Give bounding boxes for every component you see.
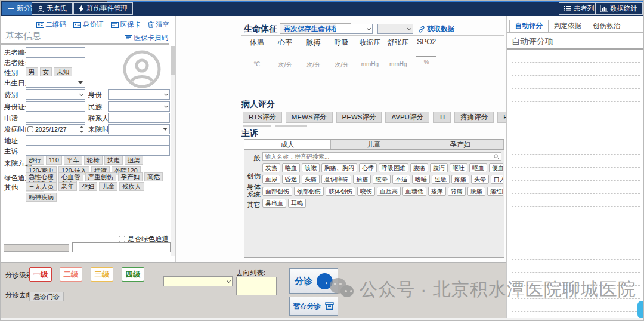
destination-list-box[interactable] xyxy=(236,277,277,295)
symptom-button[interactable]: 耳鸣 xyxy=(288,199,306,208)
scrollbar-thumb[interactable] xyxy=(171,46,175,75)
other-option-button[interactable]: 儿童 xyxy=(99,182,117,191)
symptom-button[interactable]: 咬伤 xyxy=(357,187,375,196)
gender-option-button[interactable]: 未知 xyxy=(54,67,72,76)
symptom-button[interactable]: 呕吐 xyxy=(450,163,467,172)
green-channel-button[interactable]: 急性心梗 xyxy=(26,172,57,181)
vital-value-field[interactable] xyxy=(304,58,324,58)
symptom-button[interactable]: 腹痛 xyxy=(410,163,428,172)
onset-date-checkbox[interactable] xyxy=(27,126,33,132)
vital-value-field[interactable] xyxy=(275,58,295,58)
other-option-button[interactable]: 残疾人 xyxy=(119,182,144,191)
symptom-button[interactable]: 昏迷 xyxy=(282,175,300,184)
destination-select[interactable] xyxy=(163,276,233,286)
arrival-method-button[interactable]: 轮椅 xyxy=(84,156,103,165)
tab-judgment-basis[interactable]: 判定依据 xyxy=(549,20,587,32)
arrival-time-select[interactable] xyxy=(108,124,170,134)
symptom-button[interactable]: 呕血 xyxy=(469,163,487,172)
score-button[interactable]: MEWS评分 xyxy=(286,112,333,123)
onset-date-field[interactable]: 2025/12/27 xyxy=(26,124,85,134)
symptom-button[interactable]: 疼痛 xyxy=(451,175,469,184)
date-spinner[interactable] xyxy=(78,125,85,134)
vital-value-field[interactable] xyxy=(388,58,408,58)
id-number-input[interactable] xyxy=(26,101,85,112)
clear-button[interactable]: 清空 xyxy=(148,20,169,29)
tab-adult[interactable]: 成人 xyxy=(244,140,331,149)
tab-child[interactable]: 儿童 xyxy=(331,140,417,149)
vital-value-field[interactable] xyxy=(416,56,436,57)
symptom-button[interactable]: 腰痛 xyxy=(467,187,485,196)
other-option-button[interactable]: 孕妇 xyxy=(79,182,97,191)
destination-er-clinic-button[interactable]: 急诊门诊 xyxy=(29,292,64,301)
score-button[interactable]: RTS评分 xyxy=(243,112,282,123)
vitals-device-select[interactable] xyxy=(336,24,373,34)
symptom-button[interactable]: 过敏 xyxy=(432,175,450,184)
level-1-button[interactable]: 一级 xyxy=(29,267,52,282)
id-card-button[interactable]: 身份证 xyxy=(73,20,104,29)
symptom-button[interactable]: 鼻出血 xyxy=(262,199,286,208)
symptom-button[interactable]: 瘙痒 xyxy=(428,187,446,196)
birth-date-select[interactable] xyxy=(26,78,85,88)
score-button[interactable]: 疼痛评分 xyxy=(454,112,494,123)
green-channel-button[interactable]: 高危 xyxy=(144,172,163,181)
anonymous-patient-button[interactable]: 无名氏 xyxy=(32,2,73,15)
symptom-button[interactable]: 咳嗽 xyxy=(302,163,320,172)
triage-hold-button[interactable]: 暂存分诊 xyxy=(289,297,338,316)
vital-value-field[interactable] xyxy=(332,58,352,58)
fetch-data-button[interactable]: 获取数据 xyxy=(418,24,454,33)
address-input[interactable] xyxy=(26,135,170,146)
arrival-method-button[interactable]: 扶走 xyxy=(104,156,123,165)
vital-value-field[interactable] xyxy=(247,58,267,58)
tab-trauma-treatment[interactable]: 创伤救治 xyxy=(587,20,626,32)
ethnicity-select[interactable] xyxy=(108,101,170,112)
arrival-method-button[interactable]: 110 xyxy=(46,156,62,165)
fee-type-select[interactable] xyxy=(26,89,85,100)
floating-edge-button[interactable] xyxy=(637,301,644,319)
identity-select[interactable] xyxy=(108,89,170,100)
symptom-button[interactable]: 眩晕 xyxy=(373,175,391,184)
contact-input[interactable] xyxy=(108,113,170,123)
symptom-button[interactable]: 嗜睡 xyxy=(412,175,430,184)
symptom-button[interactable]: 口入异物 xyxy=(491,175,503,184)
symptom-button[interactable]: 血糖低 xyxy=(402,187,426,196)
tab-auto-score[interactable]: 自动评分 xyxy=(509,20,549,32)
patient-no-input[interactable] xyxy=(26,47,85,57)
symptom-search-input[interactable] xyxy=(263,153,494,160)
green-channel-button[interactable]: 严重创伤 xyxy=(85,172,116,181)
symptom-button[interactable]: 头痛 xyxy=(302,175,320,184)
symptom-search-box[interactable] xyxy=(262,152,501,161)
arrival-method-button[interactable]: 步行 xyxy=(26,156,44,165)
gender-option-button[interactable]: 男 xyxy=(26,67,38,76)
mass-casualty-button[interactable]: 群伤事件管理 xyxy=(73,2,133,15)
chief-complaint-input[interactable] xyxy=(26,146,170,156)
symptom-button[interactable]: 肢体创伤 xyxy=(326,187,355,196)
symptom-button[interactable]: 面部创伤 xyxy=(262,187,292,196)
insurance-scan-button[interactable]: 医保卡扫码 xyxy=(125,33,169,42)
symptom-button[interactable]: 不适 xyxy=(392,175,410,184)
data-stats-button[interactable]: 数据统计 xyxy=(595,2,643,15)
other-option-button[interactable]: 老年 xyxy=(58,182,77,191)
symptom-button[interactable]: 颈部创伤 xyxy=(294,187,324,196)
other-option-button[interactable]: 精神疾病 xyxy=(26,193,57,202)
symptom-button[interactable]: 抽搐 xyxy=(353,175,371,184)
symptom-button[interactable]: 呼吸困难 xyxy=(379,163,408,172)
symptom-button[interactable]: 腹泻 xyxy=(430,163,448,172)
symptom-button[interactable]: 胸痛、胸闷 xyxy=(321,163,357,172)
green-channel-button[interactable]: 孕产妇 xyxy=(118,172,143,181)
level-2-button[interactable]: 二级 xyxy=(60,267,82,282)
bottom-free-input[interactable] xyxy=(72,242,171,252)
insurance-card-button[interactable]: 医保卡 xyxy=(111,20,141,29)
arrival-method-button[interactable]: 担架 xyxy=(125,156,143,165)
tab-maternity[interactable]: 孕产妇 xyxy=(417,140,504,149)
symptom-button[interactable]: 咯血 xyxy=(282,163,300,172)
symptom-button[interactable]: 意识障碍 xyxy=(321,175,351,184)
symptom-button[interactable]: 头晕 xyxy=(471,175,489,184)
symptom-button[interactable]: 血尿 xyxy=(262,175,280,184)
symptom-button[interactable]: 痛红眼 xyxy=(487,187,503,196)
gender-option-button[interactable]: 女 xyxy=(40,67,52,76)
symptom-button[interactable]: 背痛 xyxy=(448,187,466,196)
score-button[interactable]: TI xyxy=(433,112,451,123)
phone-input[interactable] xyxy=(26,113,85,123)
vital-value-field[interactable] xyxy=(360,58,380,58)
green-channel-button[interactable]: 心血管 xyxy=(58,172,83,181)
